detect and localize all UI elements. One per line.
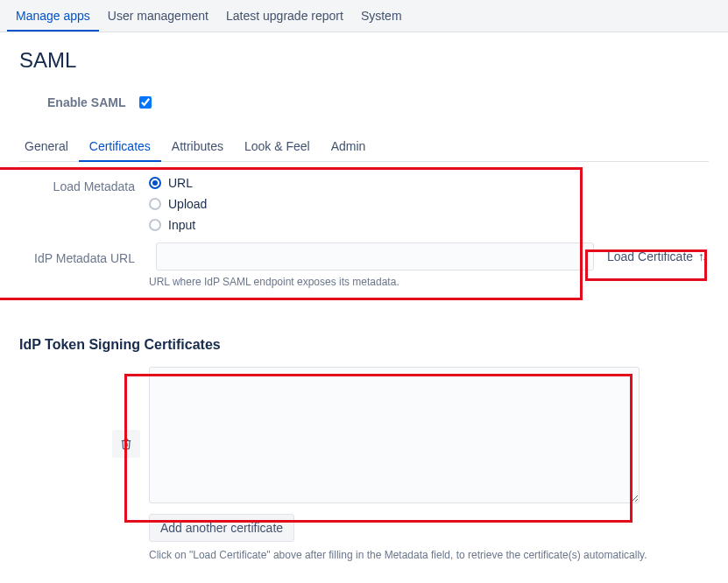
radio-upload-label: Upload (168, 197, 207, 211)
nav-system[interactable]: System (352, 0, 411, 32)
enable-saml-label: Enable SAML (47, 95, 125, 109)
enable-saml-checkbox[interactable] (139, 96, 152, 109)
radio-upload[interactable]: Upload (149, 197, 587, 211)
idp-metadata-url-input[interactable] (156, 242, 594, 270)
trash-icon (120, 438, 132, 450)
sub-tabs: General Certificates Attributes Look & F… (19, 132, 709, 162)
tab-attributes[interactable]: Attributes (161, 132, 234, 162)
certificate-textarea[interactable] (149, 367, 640, 503)
page-title: SAML (19, 48, 709, 73)
load-metadata-label: Load Metadata (19, 176, 149, 193)
sort-icon: ↑↓ (698, 250, 705, 263)
radio-url-indicator (149, 177, 161, 189)
radio-upload-indicator (149, 198, 161, 210)
delete-certificate-button[interactable] (112, 430, 140, 458)
tab-certificates[interactable]: Certificates (79, 132, 161, 162)
nav-latest-upgrade-report[interactable]: Latest upgrade report (217, 0, 352, 32)
radio-input-indicator (149, 219, 161, 231)
tab-general[interactable]: General (19, 132, 79, 162)
radio-input-label: Input (168, 218, 195, 232)
radio-url-label: URL (168, 176, 193, 190)
idp-metadata-url-help: URL where IdP SAML endpoint exposes its … (149, 276, 709, 288)
add-another-certificate-button[interactable]: Add another certificate (149, 514, 294, 542)
radio-input[interactable]: Input (149, 218, 587, 232)
tab-admin[interactable]: Admin (321, 132, 377, 162)
idp-metadata-url-label: IdP Metadata URL (19, 248, 149, 265)
load-certificate-label: Load Certificate (607, 249, 693, 263)
idp-token-signing-heading: IdP Token Signing Certificates (19, 337, 709, 353)
certificate-help-text: Click on "Load Certificate" above after … (149, 549, 709, 561)
tab-look-feel[interactable]: Look & Feel (234, 132, 321, 162)
nav-user-management[interactable]: User management (99, 0, 217, 32)
radio-url[interactable]: URL (149, 176, 587, 190)
nav-manage-apps[interactable]: Manage apps (7, 0, 99, 32)
top-nav: Manage apps User management Latest upgra… (0, 0, 728, 32)
load-certificate-button[interactable]: Load Certificate ↑↓ (604, 244, 708, 269)
